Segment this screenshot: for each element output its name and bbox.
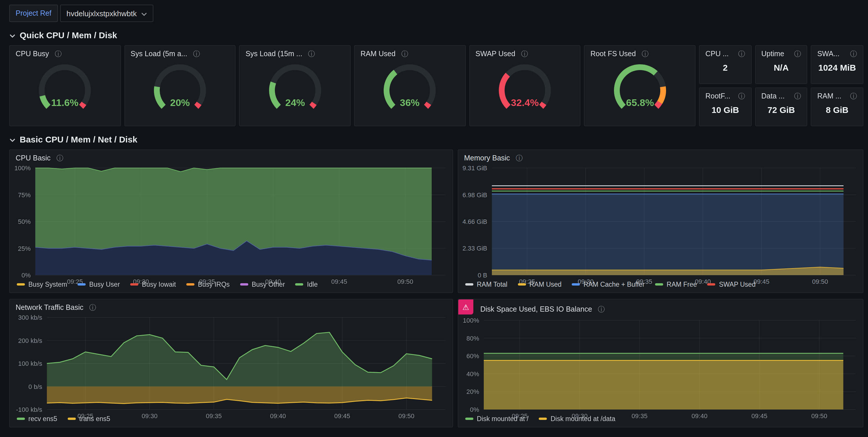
panel-title: CPU Basic xyxy=(16,154,51,162)
svg-text:-100 kb/s: -100 kb/s xyxy=(16,406,42,413)
legend-swatch xyxy=(78,283,86,286)
stat-panel-ram-total: RAM ...ⓘ 8 GiB xyxy=(811,87,863,126)
info-icon[interactable]: ⓘ xyxy=(89,304,96,311)
svg-text:24%: 24% xyxy=(285,97,305,108)
project-selector-dropdown[interactable]: hvdelujxlxstpxkhwbtk xyxy=(60,5,154,22)
memory-basic-chart[interactable]: 9.31 GiB6.98 GiB4.66 GiB2.33 GiB0 B09:25… xyxy=(458,163,863,280)
panel-title: CPU Busy xyxy=(16,50,49,58)
legend-item[interactable]: Disk mounted at /data xyxy=(539,415,615,422)
stat-value: 10 GiB xyxy=(700,105,751,115)
gauge-panel-swap-used: SWAP Usedⓘ 32.4% xyxy=(469,45,580,126)
info-icon[interactable]: ⓘ xyxy=(738,50,745,57)
panel-title: RAM ... xyxy=(817,92,841,100)
legend-item[interactable]: trans ens5 xyxy=(68,415,110,422)
info-icon[interactable]: ⓘ xyxy=(516,155,523,162)
stats-grid: CPU ...ⓘ 2 Uptimeⓘ N/A SWA...ⓘ 1024 MiB … xyxy=(699,45,863,126)
legend-item[interactable]: Busy System xyxy=(17,281,67,288)
stat-panel-swap-total: SWA...ⓘ 1024 MiB xyxy=(811,45,863,84)
legend-swatch xyxy=(240,283,248,286)
svg-text:65.8%: 65.8% xyxy=(626,97,654,108)
panel-title: Memory Basic xyxy=(464,154,510,162)
info-icon[interactable]: ⓘ xyxy=(794,93,801,99)
legend-label: Busy Iowait xyxy=(142,281,176,288)
legend-item[interactable]: Idle xyxy=(296,281,318,288)
info-icon[interactable]: ⓘ xyxy=(738,93,745,99)
disk-space-chart[interactable]: 100%80%60%40%20%0%09:2509:3009:3509:4009… xyxy=(458,316,863,414)
chevron-down-icon xyxy=(9,135,16,144)
project-ref-button[interactable]: Project Ref xyxy=(9,5,58,22)
panel-title: Sys Load (5m a... xyxy=(130,50,187,58)
stat-value: 8 GiB xyxy=(812,105,863,115)
panel-title: Disk Space Used, EBS IO Balance xyxy=(480,305,592,313)
legend-label: Busy IRQs xyxy=(198,281,230,288)
info-icon[interactable]: ⓘ xyxy=(55,50,62,57)
svg-text:2.33 GiB: 2.33 GiB xyxy=(462,245,487,252)
section-title: Quick CPU / Mem / Disk xyxy=(20,30,117,40)
svg-text:60%: 60% xyxy=(466,352,479,360)
info-icon[interactable]: ⓘ xyxy=(598,305,605,313)
project-selector-value: hvdelujxlxstpxkhwbtk xyxy=(66,9,137,18)
info-icon[interactable]: ⓘ xyxy=(193,50,200,57)
alert-icon[interactable]: ⚠ xyxy=(458,299,473,315)
legend-item[interactable]: RAM Used xyxy=(518,281,562,288)
legend-item[interactable]: Busy User xyxy=(78,281,120,288)
legend-swatch xyxy=(465,417,473,420)
chart-legend: Busy SystemBusy UserBusy IowaitBusy IRQs… xyxy=(10,280,453,292)
legend-item[interactable]: Busy Other xyxy=(240,281,285,288)
svg-text:20%: 20% xyxy=(466,388,479,395)
info-icon[interactable]: ⓘ xyxy=(521,50,528,57)
svg-text:100 kb/s: 100 kb/s xyxy=(18,360,42,367)
info-icon[interactable]: ⓘ xyxy=(794,50,801,57)
section-header-quick[interactable]: Quick CPU / Mem / Disk xyxy=(0,26,868,45)
legend-item[interactable]: RAM Cache + Buffer xyxy=(572,281,645,288)
legend-label: Busy User xyxy=(89,281,120,288)
gauge: 32.4% xyxy=(470,60,580,119)
gauge-panel-sys-load-5m: Sys Load (5m a...ⓘ 20% xyxy=(124,45,236,126)
stat-value: 1024 MiB xyxy=(812,63,863,72)
legend-label: trans ens5 xyxy=(79,415,110,422)
chart-legend: recv ens5trans ens5 xyxy=(10,414,453,427)
cpu-basic-chart[interactable]: 100%75%50%25%0%09:2509:3009:3509:4009:45… xyxy=(10,163,453,280)
svg-text:0%: 0% xyxy=(470,406,479,413)
svg-text:11.6%: 11.6% xyxy=(51,97,79,108)
chevron-down-icon xyxy=(141,9,147,18)
legend-label: RAM Free xyxy=(666,281,697,288)
svg-text:75%: 75% xyxy=(18,192,31,199)
legend-swatch xyxy=(186,283,194,286)
network-traffic-chart[interactable]: 300 kb/s200 kb/s100 kb/s0 b/s-100 kb/s09… xyxy=(10,313,453,414)
stat-value: N/A xyxy=(755,63,807,72)
legend-item[interactable]: recv ens5 xyxy=(17,415,57,422)
svg-text:6.98 GiB: 6.98 GiB xyxy=(462,192,487,199)
legend-swatch xyxy=(17,417,25,420)
legend-swatch xyxy=(655,283,663,286)
legend-item[interactable]: RAM Free xyxy=(655,281,697,288)
panel-title: Data ... xyxy=(761,92,785,100)
info-icon[interactable]: ⓘ xyxy=(850,93,857,99)
gauge: 24% xyxy=(240,60,350,119)
legend-item[interactable]: Busy Iowait xyxy=(130,281,176,288)
legend-label: Busy System xyxy=(28,281,67,288)
info-icon[interactable]: ⓘ xyxy=(850,50,857,57)
chart-legend: RAM TotalRAM UsedRAM Cache + BufferRAM F… xyxy=(458,280,863,292)
svg-text:100%: 100% xyxy=(14,165,31,172)
legend-swatch xyxy=(572,283,580,286)
gauge-panel-sys-load-15m: Sys Load (15m ...ⓘ 24% xyxy=(239,45,351,126)
legend-item[interactable]: Disk mounted at / xyxy=(465,415,529,422)
info-icon[interactable]: ⓘ xyxy=(308,50,315,57)
info-icon[interactable]: ⓘ xyxy=(642,50,649,57)
charts-grid: CPU Basicⓘ 100%75%50%25%0%09:2509:3009:3… xyxy=(9,149,863,428)
info-icon[interactable]: ⓘ xyxy=(56,155,63,162)
panel-title: Root FS Used xyxy=(591,50,636,58)
section-header-basic[interactable]: Basic CPU / Mem / Net / Disk xyxy=(0,126,868,149)
stat-panel-rootfs-total: RootF...ⓘ 10 GiB xyxy=(699,87,751,126)
stat-panel-data-disk-total: Data ...ⓘ 72 GiB xyxy=(755,87,807,126)
chart-panel-cpu-basic: CPU Basicⓘ 100%75%50%25%0%09:2509:3009:3… xyxy=(9,149,453,293)
svg-text:32.4%: 32.4% xyxy=(511,97,539,108)
svg-text:300 kb/s: 300 kb/s xyxy=(18,314,42,321)
legend-item[interactable]: RAM Total xyxy=(465,281,507,288)
legend-label: Disk mounted at / xyxy=(477,415,529,422)
info-icon[interactable]: ⓘ xyxy=(401,50,408,57)
legend-item[interactable]: SWAP Used xyxy=(707,281,756,288)
gauge: 11.6% xyxy=(10,60,120,119)
legend-item[interactable]: Busy IRQs xyxy=(186,281,230,288)
